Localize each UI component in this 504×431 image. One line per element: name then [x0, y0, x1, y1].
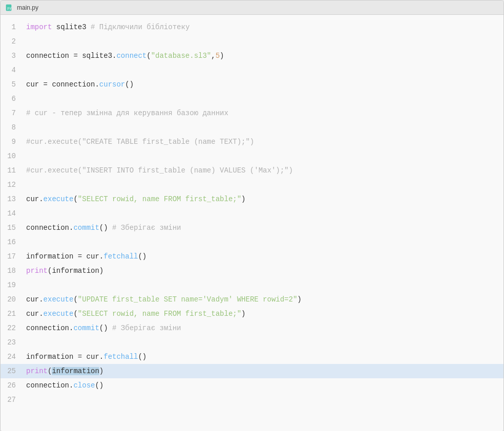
- line-number: 8: [1, 120, 26, 135]
- code-line: 7 # cur - тепер змінна для керування баз…: [1, 106, 503, 120]
- code-line: 16: [1, 235, 503, 249]
- line-number: 24: [1, 350, 26, 364]
- line-number: 7: [1, 106, 26, 120]
- code-text: cur.execute("SELECT rowid, name FROM fir…: [26, 192, 503, 206]
- line-number: 21: [1, 307, 26, 321]
- line-number: 10: [1, 149, 26, 163]
- line-number: 22: [1, 321, 26, 335]
- line-number: 18: [1, 264, 26, 278]
- line-number: 23: [1, 335, 26, 350]
- code-line: 12: [1, 178, 503, 192]
- code-text: connection = sqlite3.connect("database.s…: [26, 49, 503, 63]
- line-number: 5: [1, 77, 26, 92]
- code-line: 3 connection = sqlite3.connect("database…: [1, 49, 503, 63]
- line-number: 20: [1, 292, 26, 307]
- line-number: 15: [1, 221, 26, 235]
- code-text: cur.execute("UPDATE first_table SET name…: [26, 292, 503, 307]
- code-line-active: 25 print(information): [1, 364, 503, 378]
- code-text: cur.execute("SELECT rowid, name FROM fir…: [26, 307, 503, 321]
- code-line: 19: [1, 278, 503, 292]
- line-number: 1: [1, 20, 26, 34]
- file-icon: py: [6, 4, 13, 11]
- code-line: 8: [1, 120, 503, 135]
- line-number: 13: [1, 192, 26, 206]
- code-line: 1 import sqlite3 # Підключили бібліотеку: [1, 20, 503, 34]
- line-number: 19: [1, 278, 26, 292]
- code-line: 21 cur.execute("SELECT rowid, name FROM …: [1, 307, 503, 321]
- code-line: 17 information = cur.fetchall(): [1, 249, 503, 264]
- title-bar: py main.py: [1, 1, 503, 15]
- code-line: 2: [1, 34, 503, 49]
- code-line: 20 cur.execute("UPDATE first_table SET n…: [1, 292, 503, 307]
- line-number: 3: [1, 49, 26, 63]
- code-line: 11 #cur.execute("INSERT INTO first_table…: [1, 163, 503, 178]
- code-line: 15 connection.commit() # Зберігає зміни: [1, 221, 503, 235]
- code-text: #cur.execute("INSERT INTO first_table (n…: [26, 163, 503, 178]
- code-text: cur = connection.cursor(): [26, 77, 503, 92]
- code-line: 24 information = cur.fetchall(): [1, 350, 503, 364]
- code-text: information = cur.fetchall(): [26, 350, 503, 364]
- line-number: 26: [1, 378, 26, 393]
- code-text: connection.close(): [26, 378, 503, 393]
- line-number: 12: [1, 178, 26, 192]
- editor-window: py main.py 1 import sqlite3 # Підключили…: [0, 0, 504, 431]
- code-line: 14: [1, 206, 503, 221]
- line-number: 27: [1, 393, 26, 407]
- code-line: 27: [1, 393, 503, 407]
- code-text: connection.commit() # Зберігає зміни: [26, 321, 503, 335]
- code-line: 22 connection.commit() # Зберігає зміни: [1, 321, 503, 335]
- line-number: 6: [1, 92, 26, 106]
- line-number: 9: [1, 135, 26, 149]
- code-text: # cur - тепер змінна для керування базою…: [26, 106, 503, 120]
- code-line: 6: [1, 92, 503, 106]
- code-text: connection.commit() # Зберігає зміни: [26, 221, 503, 235]
- svg-text:py: py: [7, 6, 11, 10]
- line-number: 11: [1, 163, 26, 178]
- code-editor[interactable]: 1 import sqlite3 # Підключили бібліотеку…: [1, 15, 503, 431]
- line-number: 16: [1, 235, 26, 249]
- code-line: 26 connection.close(): [1, 378, 503, 393]
- window-title: main.py: [17, 4, 38, 11]
- code-line: 23: [1, 335, 503, 350]
- code-line: 4: [1, 63, 503, 77]
- code-text: print(information): [26, 364, 503, 378]
- code-text: #cur.execute("CREATE TABLE first_table (…: [26, 135, 503, 149]
- line-number: 4: [1, 63, 26, 77]
- code-text: information = cur.fetchall(): [26, 249, 503, 264]
- code-line: 9 #cur.execute("CREATE TABLE first_table…: [1, 135, 503, 149]
- line-number: 2: [1, 34, 26, 49]
- code-text: print(information): [26, 264, 503, 278]
- line-number: 17: [1, 249, 26, 264]
- code-line: 18 print(information): [1, 264, 503, 278]
- code-line: 5 cur = connection.cursor(): [1, 77, 503, 92]
- line-number: 14: [1, 206, 26, 221]
- line-number: 25: [1, 364, 26, 378]
- code-line: 13 cur.execute("SELECT rowid, name FROM …: [1, 192, 503, 206]
- code-line: 10: [1, 149, 503, 163]
- code-text: import sqlite3 # Підключили бібліотеку: [26, 20, 503, 34]
